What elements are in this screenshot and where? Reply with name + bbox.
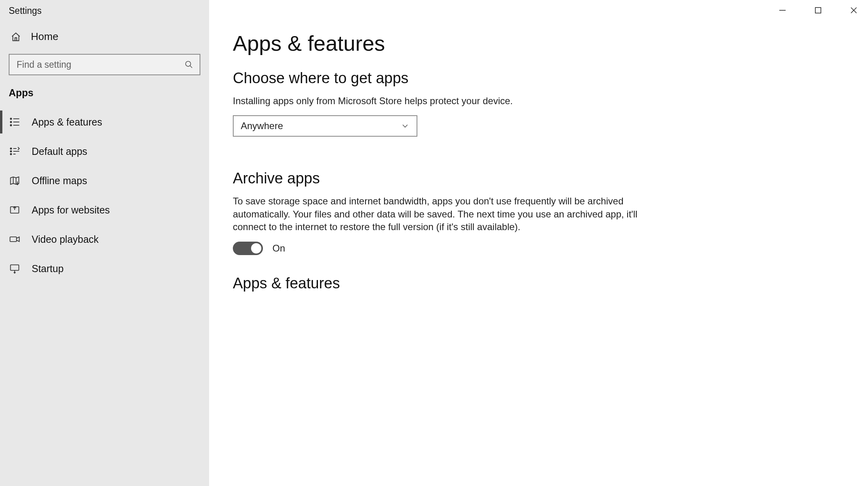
sidebar-section-heading: Apps (0, 85, 209, 107)
svg-rect-21 (815, 8, 821, 13)
svg-point-9 (10, 151, 11, 152)
offline-maps-icon (9, 175, 21, 187)
default-apps-icon (9, 145, 21, 157)
svg-point-4 (10, 125, 11, 126)
svg-rect-17 (10, 237, 16, 242)
svg-point-3 (10, 121, 11, 122)
search-input[interactable] (17, 59, 184, 70)
nav-offline-maps[interactable]: Offline maps (0, 166, 209, 195)
video-playback-icon (9, 233, 21, 245)
app-source-dropdown[interactable]: Anywhere (233, 115, 417, 137)
close-button[interactable] (843, 2, 865, 18)
main-content: Apps & features Choose where to get apps… (209, 0, 868, 486)
svg-point-8 (10, 148, 11, 149)
home-nav[interactable]: Home (0, 22, 209, 52)
nav-list: Apps & features Default apps (0, 107, 209, 283)
apps-features-icon (9, 116, 21, 128)
section-choose-where-heading: Choose where to get apps (233, 70, 844, 87)
archive-toggle-row: On (233, 242, 844, 255)
minimize-button[interactable] (771, 2, 794, 18)
apps-for-websites-icon (9, 204, 21, 216)
page-title: Apps & features (233, 31, 844, 55)
nav-item-label: Default apps (32, 146, 87, 157)
nav-item-label: Video playback (32, 234, 99, 245)
startup-icon (9, 263, 21, 274)
nav-item-label: Startup (32, 263, 64, 274)
svg-rect-18 (11, 265, 19, 271)
archive-toggle-label: On (272, 243, 285, 254)
svg-point-10 (10, 153, 11, 154)
svg-line-1 (190, 66, 192, 68)
search-icon (184, 59, 194, 70)
nav-apps-for-websites[interactable]: Apps for websites (0, 195, 209, 225)
search-box[interactable] (9, 54, 200, 75)
sidebar: Settings Home Apps (0, 0, 209, 486)
section-choose-where-text: Installing apps only from Microsoft Stor… (233, 95, 661, 107)
nav-video-playback[interactable]: Video playback (0, 225, 209, 254)
nav-apps-features[interactable]: Apps & features (0, 107, 209, 137)
section-archive-text: To save storage space and internet bandw… (233, 195, 661, 233)
section-archive-heading: Archive apps (233, 170, 844, 187)
maximize-button[interactable] (807, 2, 829, 18)
nav-item-label: Apps for websites (32, 204, 110, 216)
window-controls (771, 2, 865, 18)
section-apps-features-heading: Apps & features (233, 275, 844, 292)
nav-item-label: Offline maps (32, 175, 87, 187)
toggle-knob (251, 243, 261, 253)
window-title: Settings (0, 0, 209, 22)
archive-toggle[interactable] (233, 242, 263, 255)
home-icon (10, 31, 21, 42)
nav-startup[interactable]: Startup (0, 254, 209, 283)
nav-default-apps[interactable]: Default apps (0, 137, 209, 166)
svg-point-2 (10, 118, 11, 119)
svg-point-0 (186, 61, 191, 67)
nav-item-label: Apps & features (32, 116, 102, 128)
dropdown-value: Anywhere (241, 120, 283, 132)
chevron-down-icon (401, 122, 409, 130)
home-label: Home (31, 30, 58, 43)
